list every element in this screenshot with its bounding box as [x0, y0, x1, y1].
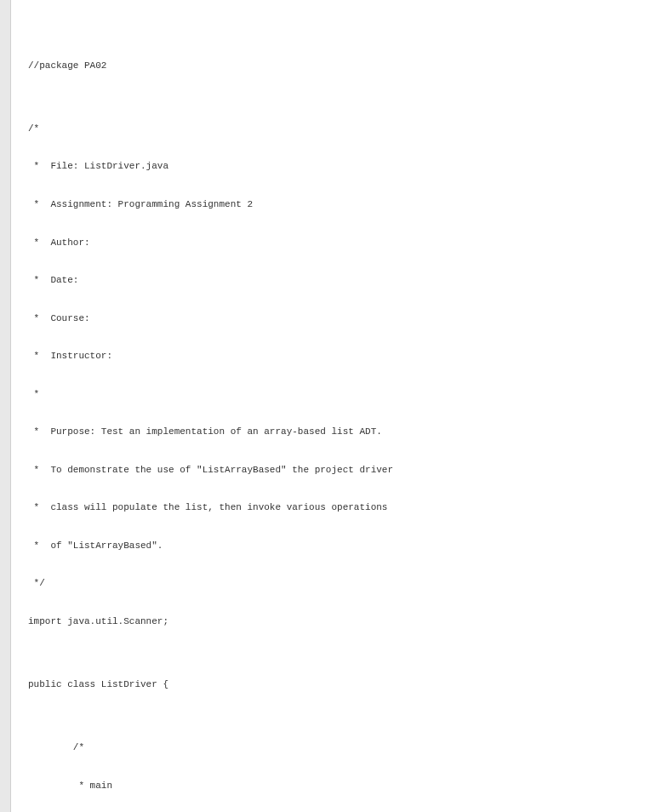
code-line: public class ListDriver {: [28, 678, 628, 691]
code-line: //package PA02: [28, 60, 628, 72]
document-page: //package PA02 /* * File: ListDriver.jav…: [10, 0, 645, 812]
code-line: * Author:: [28, 237, 628, 249]
code-line: * File: ListDriver.java: [28, 160, 628, 173]
code-line: * Date:: [28, 274, 628, 287]
code-line: * Instructor:: [28, 350, 628, 363]
code-line: * main: [28, 780, 628, 792]
code-line: * Purpose: Test an implementation of an …: [28, 426, 628, 438]
code-line: * Assignment: Programming Assignment 2: [28, 198, 628, 211]
code-line: */: [28, 577, 628, 590]
code-line: * of "ListArrayBased".: [28, 540, 628, 552]
code-line: /*: [28, 123, 628, 135]
code-line: * Course:: [28, 312, 628, 325]
code-block: //package PA02 /* * File: ListDriver.jav…: [28, 34, 628, 812]
code-line: import java.util.Scanner;: [28, 615, 628, 628]
code-line: * class will populate the list, then inv…: [28, 501, 628, 514]
code-line: /*: [28, 741, 628, 754]
code-line: *: [28, 388, 628, 401]
code-line: * To demonstrate the use of "ListArrayBa…: [28, 464, 628, 477]
